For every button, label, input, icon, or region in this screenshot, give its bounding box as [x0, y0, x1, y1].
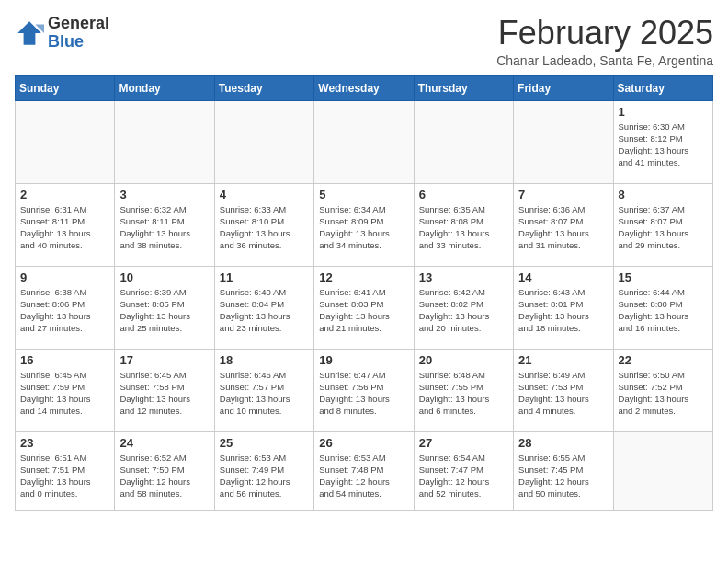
day-info: Sunrise: 6:40 AM Sunset: 8:04 PM Dayligh…	[220, 286, 309, 335]
day-number: 20	[419, 353, 508, 367]
day-info: Sunrise: 6:34 AM Sunset: 8:09 PM Dayligh…	[319, 203, 408, 252]
day-number: 22	[619, 353, 708, 367]
calendar-week-row: 23Sunrise: 6:51 AM Sunset: 7:51 PM Dayli…	[16, 431, 713, 510]
day-info: Sunrise: 6:31 AM Sunset: 8:11 PM Dayligh…	[20, 203, 109, 252]
day-number: 11	[220, 270, 309, 284]
day-info: Sunrise: 6:36 AM Sunset: 8:07 PM Dayligh…	[518, 203, 608, 252]
day-number: 24	[119, 436, 209, 450]
day-info: Sunrise: 6:50 AM Sunset: 7:52 PM Dayligh…	[619, 369, 708, 418]
logo-blue-text: Blue	[48, 32, 84, 51]
day-number: 25	[220, 436, 309, 450]
day-info: Sunrise: 6:39 AM Sunset: 8:05 PM Dayligh…	[119, 286, 209, 335]
column-header-saturday: Saturday	[613, 75, 712, 100]
logo-text: General Blue	[48, 15, 109, 52]
logo: General Blue	[15, 15, 109, 52]
calendar-cell	[514, 100, 613, 183]
calendar-cell: 5Sunrise: 6:34 AM Sunset: 8:09 PM Daylig…	[314, 183, 414, 266]
calendar-header-row: SundayMondayTuesdayWednesdayThursdayFrid…	[16, 75, 713, 100]
day-info: Sunrise: 6:45 AM Sunset: 7:58 PM Dayligh…	[119, 369, 209, 418]
day-info: Sunrise: 6:53 AM Sunset: 7:49 PM Dayligh…	[220, 452, 309, 500]
calendar-cell: 24Sunrise: 6:52 AM Sunset: 7:50 PM Dayli…	[115, 431, 214, 510]
calendar-cell: 17Sunrise: 6:45 AM Sunset: 7:58 PM Dayli…	[115, 349, 214, 431]
calendar-cell: 14Sunrise: 6:43 AM Sunset: 8:01 PM Dayli…	[514, 266, 613, 349]
calendar-cell	[214, 100, 313, 183]
day-info: Sunrise: 6:41 AM Sunset: 8:03 PM Dayligh…	[319, 286, 408, 335]
day-number: 7	[518, 188, 608, 201]
calendar-cell: 11Sunrise: 6:40 AM Sunset: 8:04 PM Dayli…	[214, 266, 313, 349]
calendar-cell	[613, 431, 712, 510]
calendar-cell: 6Sunrise: 6:35 AM Sunset: 8:08 PM Daylig…	[414, 183, 513, 266]
month-title: February 2025	[496, 15, 713, 52]
day-number: 1	[619, 105, 708, 119]
day-number: 8	[619, 188, 708, 201]
day-number: 21	[518, 353, 608, 367]
day-info: Sunrise: 6:53 AM Sunset: 7:48 PM Dayligh…	[319, 452, 408, 500]
title-area: February 2025 Chanar Ladeado, Santa Fe, …	[496, 15, 713, 68]
calendar-cell: 28Sunrise: 6:55 AM Sunset: 7:45 PM Dayli…	[514, 431, 613, 510]
day-number: 28	[518, 436, 608, 450]
calendar-cell: 3Sunrise: 6:32 AM Sunset: 8:11 PM Daylig…	[115, 183, 214, 266]
calendar-cell: 21Sunrise: 6:49 AM Sunset: 7:53 PM Dayli…	[514, 349, 613, 431]
calendar-cell	[115, 100, 214, 183]
day-number: 16	[20, 353, 109, 367]
calendar-week-row: 1Sunrise: 6:30 AM Sunset: 8:12 PM Daylig…	[16, 100, 713, 183]
logo-general-text: General	[48, 14, 109, 32]
location-subtitle: Chanar Ladeado, Santa Fe, Argentina	[496, 53, 713, 68]
calendar-cell: 8Sunrise: 6:37 AM Sunset: 8:07 PM Daylig…	[613, 183, 712, 266]
day-info: Sunrise: 6:38 AM Sunset: 8:06 PM Dayligh…	[20, 286, 109, 335]
day-number: 5	[319, 188, 408, 201]
day-number: 3	[119, 188, 209, 201]
day-number: 9	[20, 270, 109, 284]
day-number: 26	[319, 436, 408, 450]
day-number: 12	[319, 270, 408, 284]
day-number: 17	[119, 353, 209, 367]
calendar-cell: 26Sunrise: 6:53 AM Sunset: 7:48 PM Dayli…	[314, 431, 414, 510]
day-number: 6	[419, 188, 508, 201]
calendar-cell: 2Sunrise: 6:31 AM Sunset: 8:11 PM Daylig…	[16, 183, 115, 266]
day-number: 15	[619, 270, 708, 284]
day-number: 18	[220, 353, 309, 367]
column-header-sunday: Sunday	[16, 75, 115, 100]
day-number: 14	[518, 270, 608, 284]
calendar-cell: 1Sunrise: 6:30 AM Sunset: 8:12 PM Daylig…	[613, 100, 712, 183]
logo-icon	[15, 18, 44, 48]
day-info: Sunrise: 6:30 AM Sunset: 8:12 PM Dayligh…	[619, 121, 708, 169]
calendar-cell: 25Sunrise: 6:53 AM Sunset: 7:49 PM Dayli…	[214, 431, 313, 510]
calendar-cell: 13Sunrise: 6:42 AM Sunset: 8:02 PM Dayli…	[414, 266, 513, 349]
calendar-cell: 27Sunrise: 6:54 AM Sunset: 7:47 PM Dayli…	[414, 431, 513, 510]
day-number: 10	[119, 270, 209, 284]
day-info: Sunrise: 6:45 AM Sunset: 7:59 PM Dayligh…	[20, 369, 109, 418]
day-number: 27	[419, 436, 508, 450]
column-header-monday: Monday	[115, 75, 214, 100]
day-info: Sunrise: 6:33 AM Sunset: 8:10 PM Dayligh…	[220, 203, 309, 252]
day-info: Sunrise: 6:35 AM Sunset: 8:08 PM Dayligh…	[419, 203, 508, 252]
day-info: Sunrise: 6:52 AM Sunset: 7:50 PM Dayligh…	[119, 452, 209, 500]
calendar-cell: 20Sunrise: 6:48 AM Sunset: 7:55 PM Dayli…	[414, 349, 513, 431]
calendar-cell	[314, 100, 414, 183]
calendar-cell: 22Sunrise: 6:50 AM Sunset: 7:52 PM Dayli…	[613, 349, 712, 431]
calendar-week-row: 2Sunrise: 6:31 AM Sunset: 8:11 PM Daylig…	[16, 183, 713, 266]
day-number: 2	[20, 188, 109, 201]
calendar-week-row: 16Sunrise: 6:45 AM Sunset: 7:59 PM Dayli…	[16, 349, 713, 431]
calendar-cell: 7Sunrise: 6:36 AM Sunset: 8:07 PM Daylig…	[514, 183, 613, 266]
day-info: Sunrise: 6:46 AM Sunset: 7:57 PM Dayligh…	[220, 369, 309, 418]
calendar-cell: 19Sunrise: 6:47 AM Sunset: 7:56 PM Dayli…	[314, 349, 414, 431]
day-info: Sunrise: 6:49 AM Sunset: 7:53 PM Dayligh…	[518, 369, 608, 418]
day-info: Sunrise: 6:55 AM Sunset: 7:45 PM Dayligh…	[518, 452, 608, 500]
calendar-cell	[16, 100, 115, 183]
calendar-cell: 16Sunrise: 6:45 AM Sunset: 7:59 PM Dayli…	[16, 349, 115, 431]
calendar-cell	[414, 100, 513, 183]
calendar-cell: 4Sunrise: 6:33 AM Sunset: 8:10 PM Daylig…	[214, 183, 313, 266]
calendar-cell: 10Sunrise: 6:39 AM Sunset: 8:05 PM Dayli…	[115, 266, 214, 349]
day-info: Sunrise: 6:48 AM Sunset: 7:55 PM Dayligh…	[419, 369, 508, 418]
calendar-table: SundayMondayTuesdayWednesdayThursdayFrid…	[15, 75, 713, 511]
day-info: Sunrise: 6:47 AM Sunset: 7:56 PM Dayligh…	[319, 369, 408, 418]
page-header: General Blue February 2025 Chanar Ladead…	[15, 15, 713, 68]
day-info: Sunrise: 6:54 AM Sunset: 7:47 PM Dayligh…	[419, 452, 508, 500]
calendar-week-row: 9Sunrise: 6:38 AM Sunset: 8:06 PM Daylig…	[16, 266, 713, 349]
calendar-cell: 18Sunrise: 6:46 AM Sunset: 7:57 PM Dayli…	[214, 349, 313, 431]
column-header-thursday: Thursday	[414, 75, 513, 100]
day-info: Sunrise: 6:44 AM Sunset: 8:00 PM Dayligh…	[619, 286, 708, 335]
calendar-cell: 9Sunrise: 6:38 AM Sunset: 8:06 PM Daylig…	[16, 266, 115, 349]
day-info: Sunrise: 6:51 AM Sunset: 7:51 PM Dayligh…	[20, 452, 109, 500]
